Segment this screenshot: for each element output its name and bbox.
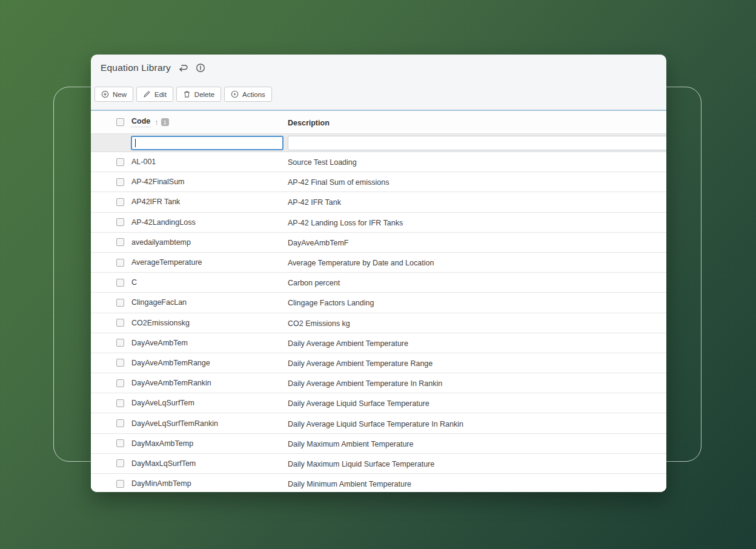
row-checkbox[interactable] (116, 218, 124, 226)
table-row[interactable]: DayAveLqSurfTemRankin Daily Average Liqu… (91, 413, 666, 433)
table-row[interactable]: DayAveAmbTem Daily Average Ambient Tempe… (91, 333, 666, 353)
row-description: AP-42 Final Sum of emissions (288, 178, 389, 187)
row-checkbox-cell (91, 178, 131, 186)
row-checkbox-cell (91, 480, 131, 488)
row-code: AP42IFR Tank (131, 198, 180, 206)
table-row[interactable]: DayMaxLqSurfTem Daily Maximum Liquid Sur… (91, 454, 666, 474)
row-checkbox-cell (91, 419, 131, 427)
sort-order-badge: 1 (161, 118, 169, 126)
table-row[interactable]: DayAveAmbTemRange Daily Average Ambient … (91, 353, 666, 373)
row-checkbox-cell (91, 459, 131, 467)
trash-icon (183, 90, 191, 98)
delete-button[interactable]: Delete (176, 87, 221, 102)
row-code: AL-001 (131, 158, 156, 166)
pencil-icon (143, 90, 151, 98)
sort-asc-icon[interactable]: ↑ (154, 118, 159, 127)
table-row[interactable]: DayMaxAmbTemp Daily Maximum Ambient Temp… (91, 434, 666, 454)
row-description: Carbon percent (288, 279, 340, 287)
return-arrow-icon[interactable] (178, 64, 188, 72)
row-checkbox[interactable] (116, 399, 124, 407)
table-row[interactable]: ClingageFacLan Clingage Factors Landing (91, 293, 666, 313)
row-description: Daily Average Ambient Temperature Range (288, 359, 433, 368)
row-description: Average Temperature by Date and Location (288, 259, 434, 267)
code-filter-input[interactable] (131, 136, 284, 150)
row-description: Source Test Loading (288, 158, 357, 167)
delete-button-label: Delete (194, 91, 214, 98)
row-checkbox[interactable] (116, 238, 124, 246)
row-description: Daily Maximum Ambient Temperature (288, 440, 413, 448)
row-checkbox[interactable] (116, 439, 124, 447)
info-icon[interactable] (196, 63, 205, 73)
row-code: C (131, 278, 137, 287)
table-row[interactable]: CO2Emissionskg CO2 Emissions kg (91, 313, 666, 333)
row-description: Daily Average Ambient Temperature In Ran… (288, 379, 442, 388)
table-row[interactable]: DayMinAmbTemp Daily Minimum Ambient Temp… (91, 474, 666, 492)
row-description: AP-42 Landing Loss for IFR Tanks (288, 219, 403, 227)
dialog-header: Equation Library (91, 55, 666, 79)
row-checkbox[interactable] (116, 198, 124, 206)
table-row[interactable]: DayAveAmbTemRankin Daily Average Ambient… (91, 373, 666, 393)
row-description: Daily Average Ambient Temperature (288, 339, 408, 348)
row-checkbox-cell (91, 339, 131, 347)
row-description: Daily Maximum Liquid Surface Temperature (288, 460, 434, 468)
row-checkbox-cell (91, 359, 131, 367)
description-filter-input[interactable] (288, 136, 666, 150)
table-row[interactable]: C Carbon percent (91, 273, 666, 293)
row-checkbox[interactable] (116, 279, 124, 287)
row-checkbox[interactable] (116, 339, 124, 347)
row-description: DayAveAmbTemF (288, 239, 349, 247)
row-checkbox-cell (91, 399, 131, 407)
description-header-label: Description (288, 119, 330, 127)
row-checkbox[interactable] (116, 319, 124, 327)
row-checkbox[interactable] (116, 459, 124, 467)
row-code: AP-42LandingLoss (131, 218, 196, 227)
grid-body: AL-001 Source Test Loading AP-42FinalSum… (91, 152, 666, 492)
toolbar: New Edit Delete (94, 87, 666, 102)
edit-button[interactable]: Edit (136, 87, 173, 102)
row-code: DayMinAmbTemp (131, 479, 191, 488)
row-code: CO2Emissionskg (131, 319, 190, 327)
row-code: AverageTemperature (131, 258, 202, 267)
actions-button[interactable]: Actions (224, 87, 272, 102)
edit-button-label: Edit (154, 91, 167, 98)
table-row[interactable]: AL-001 Source Test Loading (91, 152, 666, 172)
actions-button-label: Actions (242, 91, 265, 98)
row-code: DayAveLqSurfTem (131, 399, 194, 407)
select-all-checkbox[interactable] (116, 118, 124, 126)
table-row[interactable]: DayAveLqSurfTem Daily Average Liquid Sur… (91, 393, 666, 413)
table-row[interactable]: avedailyambtemp DayAveAmbTemF (91, 233, 666, 253)
row-checkbox[interactable] (116, 379, 124, 387)
row-checkbox-cell (91, 279, 131, 287)
row-checkbox[interactable] (116, 158, 124, 166)
row-checkbox-cell (91, 259, 131, 267)
new-button-label: New (113, 91, 127, 98)
row-checkbox[interactable] (116, 480, 124, 488)
row-code: DayAveLqSurfTemRankin (131, 419, 218, 428)
code-header-label[interactable]: Code (131, 117, 150, 127)
row-checkbox[interactable] (116, 419, 124, 427)
row-description: CO2 Emissions kg (288, 319, 350, 328)
equation-grid: Code ↑ 1 Description AL-001 Source Test … (91, 110, 666, 492)
row-checkbox-cell (91, 379, 131, 387)
row-code: DayMaxLqSurfTem (131, 459, 196, 468)
row-description: Daily Average Liquid Surface Temperature… (288, 420, 463, 428)
table-row[interactable]: AP-42FinalSum AP-42 Final Sum of emissio… (91, 172, 666, 192)
table-row[interactable]: AP42IFR Tank AP-42 IFR Tank (91, 192, 666, 212)
row-checkbox[interactable] (116, 299, 124, 307)
text-cursor (135, 139, 136, 147)
new-button[interactable]: New (94, 87, 133, 102)
play-circle-icon (231, 90, 239, 98)
grid-header-row: Code ↑ 1 Description (91, 111, 666, 133)
row-code: DayAveAmbTemRankin (131, 379, 211, 387)
table-row[interactable]: AP-42LandingLoss AP-42 Landing Loss for … (91, 213, 666, 233)
row-checkbox[interactable] (116, 178, 124, 186)
row-checkbox-cell (91, 198, 131, 206)
row-checkbox[interactable] (116, 259, 124, 267)
code-column-header[interactable]: Code ↑ 1 (131, 117, 288, 127)
row-checkbox-cell (91, 299, 131, 307)
row-checkbox[interactable] (116, 359, 124, 367)
table-row[interactable]: AverageTemperature Average Temperature b… (91, 253, 666, 273)
row-code: DayAveAmbTemRange (131, 359, 210, 367)
row-code: AP-42FinalSum (131, 178, 185, 186)
description-column-header[interactable]: Description (288, 117, 666, 128)
